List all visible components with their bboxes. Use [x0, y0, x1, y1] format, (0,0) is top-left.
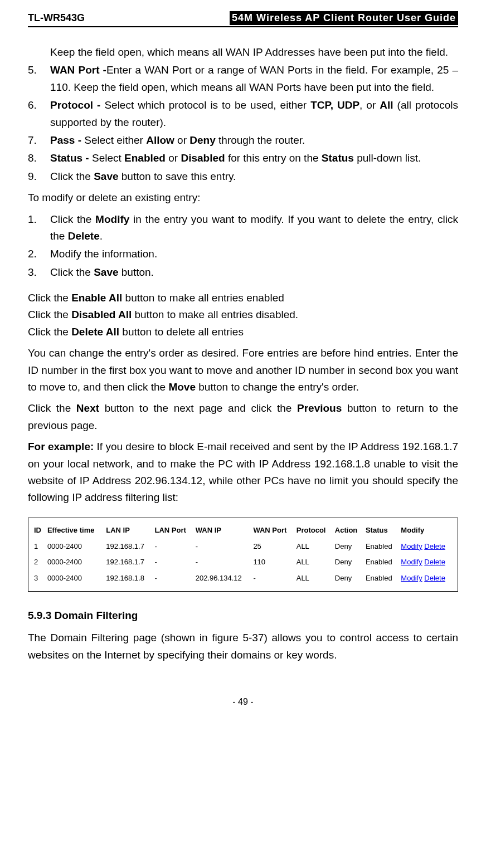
table-cell: 1	[32, 539, 45, 555]
table-cell: ALL	[294, 554, 333, 570]
table-cell: -	[152, 554, 193, 570]
table-cell: 192.168.1.7	[104, 554, 152, 570]
th-effective-time: Effective time	[45, 523, 104, 539]
table-cell: 192.168.1.7	[104, 539, 152, 555]
step-list-continued: Keep the field open, which means all WAN…	[28, 44, 458, 185]
th-lan-ip: LAN IP	[104, 523, 152, 539]
list-item: Keep the field open, which means all WAN…	[28, 44, 458, 61]
example-paragraph: For example: If you desire to block E-ma…	[28, 438, 458, 506]
table-cell: Enabled	[363, 570, 398, 587]
body-content: Keep the field open, which means all WAN…	[28, 44, 458, 664]
th-status: Status	[363, 523, 398, 539]
model-label: TL-WR543G	[28, 12, 85, 24]
th-action: Action	[333, 523, 363, 539]
modify-intro: To modify or delete an existing entry:	[28, 189, 458, 206]
guide-title: 54M Wireless AP Client Router User Guide	[230, 11, 458, 25]
page-header: TL-WR543G 54M Wireless AP Client Router …	[28, 0, 458, 27]
table-cell: 110	[251, 554, 294, 570]
table-cell: ALL	[294, 539, 333, 555]
th-wan-port: WAN Port	[251, 523, 294, 539]
table-cell: 192.168.1.8	[104, 570, 152, 587]
delete-link[interactable]: Delete	[424, 542, 445, 550]
table-cell: 25	[251, 539, 294, 555]
intro-text: Keep the field open, which means all WAN…	[50, 44, 458, 61]
table-cell-modify: Modify Delete	[398, 539, 454, 555]
modify-link[interactable]: Modify	[401, 574, 422, 582]
table-cell: Deny	[333, 570, 363, 587]
table-cell-modify: Modify Delete	[398, 554, 454, 570]
list-item: 2. Modify the information.	[28, 246, 458, 262]
table-cell: -	[193, 554, 251, 570]
nav-paragraph: Click the Next button to the next page a…	[28, 400, 458, 434]
bulk-enable-line: Click the Enable All button to make all …	[28, 290, 458, 306]
table-row: 30000-2400192.168.1.8-202.96.134.12-ALLD…	[32, 570, 454, 587]
table-cell: ALL	[294, 570, 333, 587]
list-item: 5. WAN Port -Enter a WAN Port or a range…	[28, 62, 458, 96]
list-item: 3. Click the Save button.	[28, 264, 458, 281]
ip-filter-table: ID Effective time LAN IP LAN Port WAN IP…	[32, 523, 454, 587]
th-modify: Modify	[398, 523, 454, 539]
table-cell: -	[251, 570, 294, 587]
modify-link[interactable]: Modify	[401, 558, 422, 566]
modify-link[interactable]: Modify	[401, 542, 422, 550]
table-header-row: ID Effective time LAN IP LAN Port WAN IP…	[32, 523, 454, 539]
list-item: 1. Click the Modify in the entry you wan…	[28, 211, 458, 245]
th-id: ID	[32, 523, 45, 539]
table-cell: 2	[32, 554, 45, 570]
list-item: 6. Protocol - Select which protocol is t…	[28, 97, 458, 131]
table-cell: 0000-2400	[45, 539, 104, 555]
section-text: The Domain Filtering page (shown in figu…	[28, 630, 458, 664]
table-cell: Enabled	[363, 554, 398, 570]
bulk-disable-line: Click the Disabled All button to make al…	[28, 306, 458, 323]
table-cell: Deny	[333, 554, 363, 570]
modify-steps-list: 1. Click the Modify in the entry you wan…	[28, 211, 458, 281]
ip-filter-table-wrap: ID Effective time LAN IP LAN Port WAN IP…	[28, 518, 458, 592]
table-cell: 0000-2400	[45, 570, 104, 587]
order-paragraph: You can change the entry's order as desi…	[28, 345, 458, 396]
table-cell: 0000-2400	[45, 554, 104, 570]
list-item: 9. Click the Save button to save this en…	[28, 168, 458, 185]
table-cell: -	[152, 570, 193, 587]
page-number: - 49 -	[28, 697, 458, 718]
th-lan-port: LAN Port	[152, 523, 193, 539]
th-protocol: Protocol	[294, 523, 333, 539]
table-row: 20000-2400192.168.1.7--110ALLDenyEnabled…	[32, 554, 454, 570]
table-cell: Deny	[333, 539, 363, 555]
th-wan-ip: WAN IP	[193, 523, 251, 539]
table-row: 10000-2400192.168.1.7--25ALLDenyEnabledM…	[32, 539, 454, 555]
bulk-delete-line: Click the Delete All button to delete al…	[28, 324, 458, 340]
table-cell: 3	[32, 570, 45, 587]
list-item: 7. Pass - Select either Allow or Deny th…	[28, 132, 458, 149]
section-heading: 5.9.3 Domain Filtering	[28, 607, 458, 624]
table-cell: -	[193, 539, 251, 555]
table-cell-modify: Modify Delete	[398, 570, 454, 587]
delete-link[interactable]: Delete	[424, 574, 445, 582]
table-cell: -	[152, 539, 193, 555]
list-item: 8. Status - Select Enabled or Disabled f…	[28, 150, 458, 167]
table-cell: 202.96.134.12	[193, 570, 251, 587]
delete-link[interactable]: Delete	[424, 558, 445, 566]
table-cell: Enabled	[363, 539, 398, 555]
